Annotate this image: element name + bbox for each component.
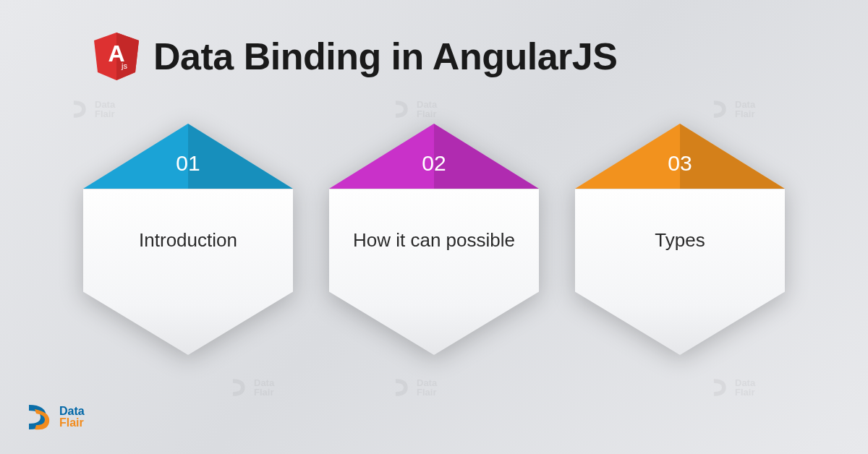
header: A js Data Binding in AngularJS xyxy=(0,0,868,80)
dataflair-logo-icon xyxy=(22,401,55,434)
hex-card-label: Introduction xyxy=(124,228,252,253)
hex-card-top: 03 xyxy=(575,124,785,189)
watermark: DataFlair xyxy=(391,376,437,399)
hex-card-number: 01 xyxy=(176,151,200,176)
page-title: Data Binding in AngularJS xyxy=(153,35,617,78)
angularjs-shield-icon: A js xyxy=(94,33,139,80)
footer-brand-logo: Data Flair xyxy=(22,401,85,434)
hex-card-label: How it can possible xyxy=(339,228,529,253)
hex-card-number: 02 xyxy=(422,151,446,176)
hex-card-number: 03 xyxy=(668,151,692,176)
watermark: DataFlair xyxy=(69,98,115,121)
watermark: DataFlair xyxy=(709,98,755,121)
hex-card-label: Types xyxy=(640,228,719,253)
brand-word-top: Data xyxy=(59,406,85,417)
hex-card-body: How it can possible xyxy=(329,189,539,355)
shield-sub: js xyxy=(121,61,127,70)
watermark: DataFlair xyxy=(391,98,437,121)
watermark: DataFlair xyxy=(709,376,755,399)
hex-card-top: 02 xyxy=(329,124,539,189)
hex-card-2: 02How it can possible xyxy=(329,124,539,355)
hex-card-body: Introduction xyxy=(83,189,293,355)
watermark: DataFlair xyxy=(228,376,274,399)
cards-container: 01Introduction02How it can possible03Typ… xyxy=(0,124,868,355)
hex-card-3: 03Types xyxy=(575,124,785,355)
brand-word-bottom: Flair xyxy=(59,417,85,429)
footer-brand-text: Data Flair xyxy=(59,406,85,429)
hex-card-top: 01 xyxy=(83,124,293,189)
hex-card-1: 01Introduction xyxy=(83,124,293,355)
hex-card-body: Types xyxy=(575,189,785,355)
